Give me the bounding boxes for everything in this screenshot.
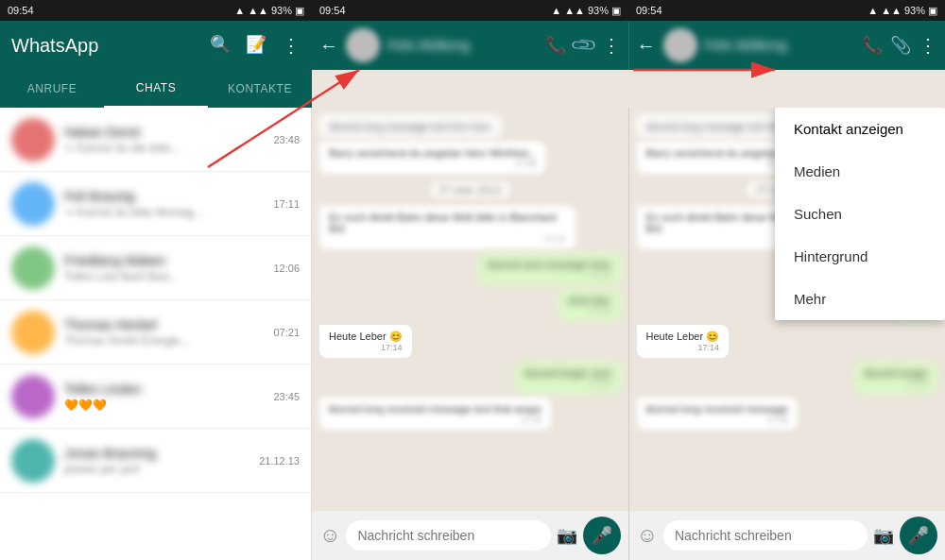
chat-preview: Thomas Direkt Energie...	[64, 334, 264, 348]
avatar	[11, 246, 55, 290]
menu-item-search[interactable]: Suchen	[775, 193, 945, 235]
chat-name: Tolles Linden	[64, 382, 264, 397]
sidebar: Hakan Demir ↪ Kannst du die bitte... 23:…	[0, 108, 312, 560]
chat-meta: 12:06	[273, 263, 300, 274]
tab-chats[interactable]: CHATS	[104, 70, 208, 108]
message-received-2: Barry versicherst du angetan...17:08	[637, 142, 798, 174]
chat-meta: 23:45	[273, 391, 300, 402]
chat-name: Friedberg Waben	[64, 253, 264, 268]
message-sent-2: blurred longer17:15	[854, 362, 937, 394]
chat-panel-2: blurred long message text line here Barr…	[629, 108, 946, 560]
message-input[interactable]	[346, 520, 550, 551]
attach-icon[interactable]: 📎	[569, 30, 598, 59]
signal-icon-mid: ▲▲	[564, 5, 585, 16]
signal-icon-left: ▲▲	[248, 5, 268, 16]
message-received-2: Heute Leber 😊17:14	[637, 325, 730, 358]
back-button[interactable]: ←	[319, 35, 338, 57]
message-received: blurred long message text line here	[319, 115, 501, 138]
message-received: Es noch direkt Bahn diese Welt bitte in …	[319, 206, 576, 249]
status-time-left: 09:54	[8, 5, 34, 16]
signal-icon-right: ▲▲	[881, 5, 902, 16]
avatar	[11, 439, 55, 483]
status-bar-right: 09:54 ▲ ▲▲ 93% ▣	[628, 0, 945, 21]
chat-name: Feli Braunig	[64, 189, 264, 204]
mic-button[interactable]: 🎤	[583, 517, 621, 554]
tab-anrufe[interactable]: ANRUFE	[0, 70, 104, 108]
chat-meta: 07:21	[273, 327, 300, 338]
back-button2[interactable]: ←	[637, 35, 656, 57]
status-bar-mid: 09:54 ▲ ▲▲ 93% ▣	[312, 0, 628, 21]
avatar	[11, 182, 55, 226]
photo-icon-right: ▣	[928, 5, 937, 17]
date-separator: 27 oder 2013	[430, 181, 510, 198]
emoji-button-2[interactable]: ☺	[637, 523, 658, 548]
tab-kontakte[interactable]: KONTAKTE	[208, 70, 312, 108]
status-time-mid: 09:54	[319, 5, 346, 16]
menu-item-wallpaper[interactable]: Hintergrund	[775, 235, 945, 278]
chat-header-panel2: ← Felix Müllerng 📞 📎 ⋮	[628, 21, 946, 70]
message-sent: short blur17:13	[558, 289, 621, 321]
header-icons: 🔍 📝 ⋮	[210, 34, 301, 57]
chat-preview: Tolles Lied Barit Baiv...	[64, 270, 264, 283]
camera-button-2[interactable]: 📷	[873, 525, 894, 546]
contact-name: Felix Müllerng	[387, 38, 538, 53]
compose-icon[interactable]: 📝	[246, 34, 266, 57]
status-icons-left: ▲ ▲▲ 93% ▣	[234, 5, 304, 17]
wifi-icon-mid: ▲	[551, 5, 561, 16]
avatar	[11, 375, 55, 418]
chat-preview: ↪ Kannst du die bitte...	[64, 142, 264, 155]
chat-item[interactable]: Hakan Demir ↪ Kannst du die bitte... 23:…	[0, 108, 311, 172]
status-icons-right: ▲ ▲▲ 93% ▣	[868, 5, 937, 17]
search-icon[interactable]: 🔍	[210, 34, 231, 57]
chat-time: 12:06	[273, 263, 300, 274]
chat-more-icon[interactable]: ⋮	[602, 34, 621, 57]
message-received-2: blurred long received message17:16	[637, 398, 798, 430]
chat-item[interactable]: Feli Braunig ↪ Kannst du bitte Montag...…	[0, 172, 311, 236]
emoji-button[interactable]: ☺	[319, 523, 340, 548]
menu-item-more[interactable]: Mehr	[775, 278, 945, 320]
phone-icon2[interactable]: 📞	[862, 35, 883, 56]
chat-time: 23:48	[273, 134, 300, 145]
menu-item-contact[interactable]: Kontakt anzeigen	[775, 108, 945, 150]
input-area: ☺ 📷 🎤	[312, 511, 628, 560]
message-input-2[interactable]	[663, 520, 868, 551]
chat-item[interactable]: Jonas Brauning pewee per pert 21.12.13	[0, 429, 311, 493]
chat-name: Hakan Demir	[64, 125, 264, 140]
context-menu: Kontakt anzeigen Medien Suchen Hintergru…	[775, 108, 945, 320]
whatsapp-header: WhatsApp 🔍 📝 ⋮	[0, 21, 312, 70]
camera-button[interactable]: 📷	[557, 525, 577, 546]
menu-item-media[interactable]: Medien	[775, 150, 945, 193]
attach-icon2[interactable]: 📎	[890, 35, 911, 56]
wifi-icon-left: ▲	[234, 5, 245, 16]
chat-preview: 🧡🧡🧡	[64, 399, 264, 412]
chat-time: 21.12.13	[259, 455, 300, 467]
chat-time: 07:21	[273, 327, 300, 338]
chat-time: 23:45	[273, 391, 300, 402]
phone-icon[interactable]: 📞	[545, 35, 566, 56]
battery-icon-right: 93%	[904, 5, 925, 16]
avatar	[11, 311, 55, 354]
avatar	[11, 118, 55, 161]
wifi-icon-right: ▲	[868, 5, 878, 16]
status-time-right: 09:54	[636, 5, 662, 16]
contact-avatar2	[663, 28, 697, 62]
chat-item[interactable]: Friedberg Waben Tolles Lied Barit Baiv..…	[0, 236, 311, 300]
chat-meta: 17:11	[273, 198, 300, 210]
message-sent: blurred sent message here17:12	[478, 253, 621, 285]
chat-preview: pewee per pert	[64, 463, 249, 476]
battery-icon-mid: 93%	[588, 5, 609, 16]
chat-meta: 21.12.13	[259, 455, 300, 467]
message-received: Barry versicherst du angetan Herz Winfri…	[319, 142, 545, 174]
chat-item[interactable]: Tolles Linden 🧡🧡🧡 23:45	[0, 365, 311, 429]
status-bar-left: 09:54 ▲ ▲▲ 93% ▣	[0, 0, 312, 21]
mic-button-2[interactable]: 🎤	[900, 517, 937, 554]
photo-icon-mid: ▣	[611, 5, 621, 17]
chat-item[interactable]: Thomas Henkel Thomas Direkt Energie... 0…	[0, 300, 311, 365]
more-icon[interactable]: ⋮	[282, 34, 301, 57]
chat-preview: ↪ Kannst du bitte Montag...	[64, 206, 264, 219]
messages-area: blurred long message text line here Barr…	[312, 108, 628, 511]
wa-tabs: ANRUFE CHATS KONTAKTE	[0, 70, 312, 108]
photo-icon-left: ▣	[295, 5, 304, 17]
status-icons-mid: ▲ ▲▲ 93% ▣	[551, 5, 621, 17]
chat-more-icon2[interactable]: ⋮	[919, 34, 937, 57]
